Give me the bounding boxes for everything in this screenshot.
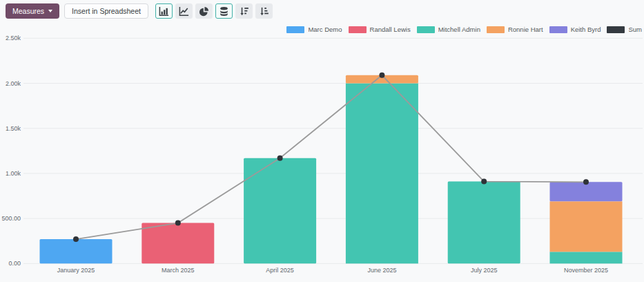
control-panel: Measures Insert in Spreadsheet: [0, 0, 644, 22]
measures-button[interactable]: Measures: [6, 3, 59, 19]
legend-label: Marc Demo: [308, 26, 342, 33]
line-chart-button[interactable]: [175, 3, 193, 19]
y-axis-tick-label: 0.00: [8, 260, 21, 267]
legend-label: Randall Lewis: [370, 26, 411, 33]
legend-item-marc-demo[interactable]: Marc Demo: [286, 26, 342, 33]
legend-label: Keith Byrd: [571, 26, 601, 33]
bar-chart-icon: [159, 6, 169, 17]
measures-label: Measures: [12, 7, 44, 15]
legend-swatch: [487, 26, 505, 33]
sum-line-point[interactable]: [73, 236, 79, 242]
legend-swatch: [549, 26, 567, 33]
bar-chart-button[interactable]: [155, 3, 173, 19]
pie-chart-icon: [199, 6, 209, 17]
bar-segment-randall-lewis[interactable]: [142, 223, 214, 264]
bar-segment-keith-byrd[interactable]: [550, 182, 623, 201]
legend-item-randall-lewis[interactable]: Randall Lewis: [349, 26, 411, 33]
bar-segment-mitchell-admin[interactable]: [346, 84, 418, 264]
sort-descending-icon: [239, 6, 249, 17]
legend-item-mitchell-admin[interactable]: Mitchell Admin: [417, 26, 480, 33]
y-axis-tick-label: 1.50k: [6, 125, 21, 132]
sort-descending-button[interactable]: [235, 3, 253, 19]
chart-type-button-group: [155, 3, 273, 19]
stacked-toggle-button[interactable]: [215, 3, 233, 19]
insert-in-spreadsheet-button[interactable]: Insert in Spreadsheet: [64, 3, 148, 19]
bar-segment-marc-demo[interactable]: [40, 239, 113, 263]
legend-swatch: [417, 26, 435, 33]
y-axis-tick-label: 500.00: [1, 215, 21, 222]
x-axis-category-label: November 2025: [564, 267, 608, 274]
chart-legend: Marc DemoRandall LewisMitchell AdminRonn…: [286, 26, 642, 33]
x-axis-category-label: April 2025: [266, 267, 294, 274]
sum-line-point[interactable]: [277, 156, 283, 161]
legend-label: Ronnie Hart: [508, 26, 543, 33]
bar-segment-mitchell-admin[interactable]: [550, 252, 623, 263]
bar-segment-mitchell-admin[interactable]: [448, 182, 520, 264]
sum-line-point[interactable]: [175, 220, 181, 226]
sort-ascending-icon: [259, 6, 269, 17]
y-axis-tick-label: 2.00k: [6, 80, 21, 87]
y-axis-tick-label: 2.50k: [6, 35, 21, 41]
legend-swatch: [349, 26, 367, 33]
bar-segment-ronnie-hart[interactable]: [550, 201, 623, 252]
sum-line-point[interactable]: [583, 179, 589, 185]
legend-swatch: [607, 26, 625, 33]
caret-down-icon: [48, 10, 52, 12]
y-axis-tick-label: 1.00k: [6, 170, 21, 177]
x-axis-category-label: January 2025: [57, 267, 95, 274]
legend-item-sum[interactable]: Sum: [607, 26, 642, 33]
pie-chart-button[interactable]: [195, 3, 213, 19]
stacked-database-icon: [219, 6, 229, 17]
stacked-bar-chart: 0.00500.001.00k1.50k2.00k2.50kJanuary 20…: [0, 0, 644, 282]
x-axis-category-label: March 2025: [162, 267, 195, 274]
sort-ascending-button[interactable]: [255, 3, 273, 19]
sum-line-point[interactable]: [379, 73, 384, 78]
legend-item-ronnie-hart[interactable]: Ronnie Hart: [487, 26, 543, 33]
legend-swatch: [286, 26, 304, 33]
legend-label: Mitchell Admin: [438, 26, 480, 33]
legend-item-keith-byrd[interactable]: Keith Byrd: [549, 26, 601, 33]
x-axis-category-label: July 2025: [471, 267, 498, 274]
sum-line-point[interactable]: [481, 179, 487, 185]
graph-view-screen: Measures Insert in Spreadsheet: [0, 0, 644, 282]
line-chart-icon: [179, 6, 189, 17]
x-axis-category-label: June 2025: [367, 267, 396, 274]
legend-label: Sum: [628, 26, 642, 33]
